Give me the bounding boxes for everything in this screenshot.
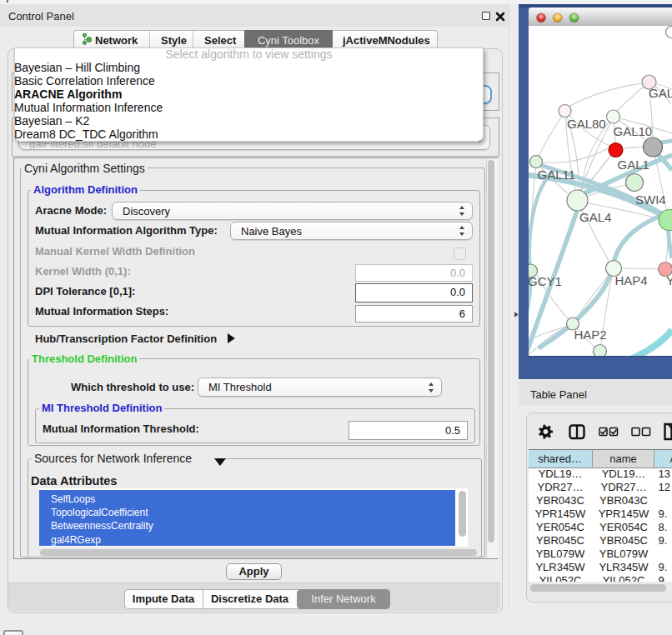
svg-text:Y: Y — [666, 273, 672, 288]
svg-text:GCY1: GCY1 — [529, 274, 562, 288]
svg-text:HAP4: HAP4 — [615, 273, 648, 288]
svg-text:SWI4: SWI4 — [635, 192, 666, 207]
svg-text:GAL4: GAL4 — [579, 210, 611, 224]
svg-text:HAP2: HAP2 — [574, 328, 607, 342]
svg-text:GAL11: GAL11 — [538, 168, 576, 182]
svg-text:GAL1: GAL1 — [618, 158, 649, 172]
svg-text:GAL80: GAL80 — [567, 117, 606, 131]
svg-text:GAL10: GAL10 — [614, 124, 653, 138]
svg-text:GAL7: GAL7 — [649, 86, 672, 100]
